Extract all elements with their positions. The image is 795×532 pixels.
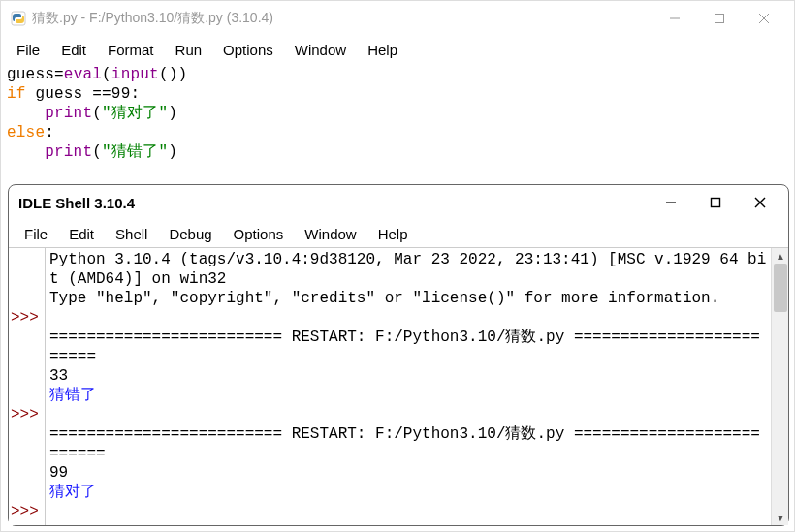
editor-titlebar: 猜数.py - F:/Python3.10/猜数.py (3.10.4)	[1, 1, 794, 36]
minimize-button[interactable]	[652, 3, 697, 34]
shell-title: IDLE Shell 3.10.4	[18, 195, 649, 211]
scrollbar[interactable]: ▲ ▼	[771, 248, 788, 525]
menu-help[interactable]: Help	[368, 224, 418, 244]
shell-line: 猜错了	[49, 386, 767, 405]
close-button[interactable]	[738, 187, 782, 218]
scroll-up-button[interactable]: ▲	[772, 248, 788, 264]
svg-rect-7	[712, 199, 720, 207]
gutter-blank	[11, 328, 41, 366]
gutter-blank	[11, 386, 41, 405]
close-button[interactable]	[742, 3, 786, 34]
menu-edit[interactable]: Edit	[51, 40, 96, 60]
editor-window-controls	[652, 3, 786, 34]
gutter-blank	[11, 424, 41, 463]
prompt: >>>	[11, 502, 41, 521]
shell-line	[49, 308, 767, 328]
prompt-gutter: >>> >>> >>>	[9, 248, 46, 525]
menu-edit[interactable]: Edit	[59, 224, 104, 244]
shell-output[interactable]: Python 3.10.4 (tags/v3.10.4:9d38120, Mar…	[46, 248, 771, 525]
code-editor[interactable]: guess=eval(input())if guess ==99: print(…	[1, 63, 794, 164]
shell-line	[49, 502, 767, 521]
menu-debug[interactable]: Debug	[159, 224, 221, 244]
maximize-button[interactable]	[697, 3, 742, 34]
menu-format[interactable]: Format	[98, 40, 164, 60]
shell-line: Python 3.10.4 (tags/v3.10.4:9d38120, Mar…	[49, 250, 767, 289]
gutter-blank	[11, 463, 41, 483]
editor-title: 猜数.py - F:/Python3.10/猜数.py (3.10.4)	[32, 10, 652, 27]
menu-window[interactable]: Window	[295, 224, 366, 244]
shell-window: IDLE Shell 3.10.4 FileEditShellDebugOpti…	[8, 184, 789, 526]
shell-body: >>> >>> >>> Python 3.10.4 (tags/v3.10.4:…	[9, 247, 788, 525]
prompt: >>>	[11, 308, 41, 328]
menu-shell[interactable]: Shell	[106, 224, 157, 244]
svg-rect-2	[716, 15, 724, 23]
scroll-thumb[interactable]	[774, 264, 787, 312]
maximize-button[interactable]	[693, 187, 738, 218]
gutter-blank	[11, 366, 41, 386]
shell-menubar: FileEditShellDebugOptionsWindowHelp	[9, 220, 788, 247]
shell-line: 猜对了	[49, 483, 767, 502]
menu-help[interactable]: Help	[358, 40, 407, 60]
editor-menubar: FileEditFormatRunOptionsWindowHelp	[1, 36, 794, 63]
shell-line: ========================= RESTART: F:/Py…	[49, 424, 767, 463]
scroll-down-button[interactable]: ▼	[772, 510, 788, 525]
menu-options[interactable]: Options	[224, 224, 294, 244]
prompt: >>>	[11, 405, 41, 424]
menu-file[interactable]: File	[15, 224, 57, 244]
python-icon	[11, 11, 26, 26]
shell-line: 99	[49, 463, 767, 483]
shell-line	[49, 405, 767, 424]
shell-window-controls	[649, 187, 782, 218]
menu-window[interactable]: Window	[285, 40, 356, 60]
menu-file[interactable]: File	[7, 40, 49, 60]
shell-titlebar: IDLE Shell 3.10.4	[9, 185, 788, 220]
shell-line: Type "help", "copyright", "credits" or "…	[49, 289, 767, 308]
gutter-blank	[11, 250, 41, 289]
gutter-blank	[11, 483, 41, 502]
gutter-blank	[11, 289, 41, 308]
minimize-button[interactable]	[649, 187, 693, 218]
menu-run[interactable]: Run	[166, 40, 212, 60]
shell-line: 33	[49, 366, 767, 386]
menu-options[interactable]: Options	[213, 40, 283, 60]
shell-line: ========================= RESTART: F:/Py…	[49, 328, 767, 366]
